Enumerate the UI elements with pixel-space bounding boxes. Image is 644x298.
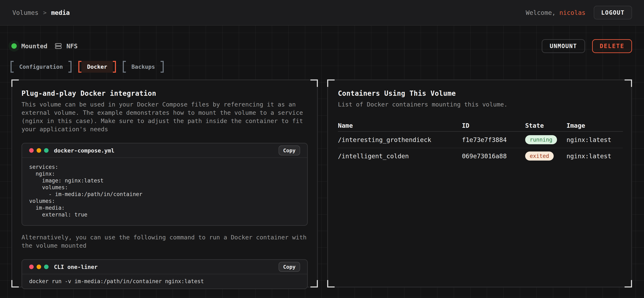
welcome-prefix: Welcome, (526, 9, 560, 16)
compose-code-content: services: nginx: image: nginx:latest vol… (22, 158, 307, 225)
tab-configuration[interactable]: Configuration (10, 61, 72, 73)
bracket-left-icon (123, 61, 126, 73)
cli-code-header: CLI one-liner Copy (22, 260, 307, 274)
bracket-right-icon (68, 61, 72, 73)
status-badge: running (525, 135, 557, 144)
nfs-label: NFS (66, 42, 78, 50)
tab-docker-label: Docker (82, 61, 113, 73)
bracket-right-icon (113, 61, 116, 73)
mounted-status-dot-icon (11, 43, 17, 49)
traffic-green-icon (44, 148, 48, 153)
status-row: Mounted NFS UNMOUNT DELETE (11, 38, 632, 54)
cli-code-block: CLI one-liner Copy docker run -v im-medi… (22, 259, 308, 289)
chevron-right-icon: > (43, 9, 46, 16)
top-bar: Volumes > media Welcome, nicolas LOGOUT (0, 0, 644, 26)
breadcrumb-current-volume: media (51, 9, 70, 16)
compose-code-block: docker-compose.yml Copy services: nginx:… (22, 143, 308, 226)
mounted-label: Mounted (21, 42, 47, 50)
cli-title: CLI one-liner (54, 264, 98, 270)
tab-backups[interactable]: Backups (123, 61, 164, 73)
cli-copy-button[interactable]: Copy (278, 262, 300, 272)
containers-panel-subtitle: List of Docker containers mounting this … (338, 100, 621, 109)
nfs-type: NFS (55, 42, 78, 50)
containers-table-header: Name ID State Image (338, 120, 623, 132)
bracket-left-icon (78, 61, 82, 73)
traffic-amber-icon (36, 148, 41, 153)
container-name: /interesting_grothendieck (338, 136, 462, 144)
tab-backups-label: Backups (126, 61, 160, 73)
traffic-lights (29, 265, 48, 269)
cli-alternative-text: Alternatively, you can use the following… (22, 233, 308, 250)
compose-filename: docker-compose.yml (54, 147, 114, 154)
traffic-amber-icon (36, 265, 41, 269)
traffic-red-icon (29, 265, 34, 269)
status-badge: exited (525, 151, 554, 160)
col-header-id: ID (462, 122, 525, 129)
volume-actions: UNMOUNT DELETE (542, 39, 632, 53)
containers-table: Name ID State Image /interesting_grothen… (338, 120, 623, 164)
container-id: f1e73e7f3884 (462, 136, 525, 144)
bracket-right-icon (160, 61, 164, 73)
breadcrumb: Volumes > media (12, 9, 70, 16)
delete-button[interactable]: DELETE (592, 39, 632, 53)
logout-button[interactable]: LOGOUT (594, 6, 632, 19)
welcome-text: Welcome, nicolas (526, 9, 586, 16)
server-stack-icon (55, 42, 62, 49)
docker-panel-description: This volume can be used in your Docker C… (22, 100, 308, 133)
tab-configuration-label: Configuration (14, 61, 68, 73)
container-name: /intelligent_colden (338, 152, 462, 160)
tab-bar: Configuration Docker Backups (10, 61, 164, 73)
docker-integration-panel: Plug-and-play Docker integration This vo… (11, 79, 318, 288)
compose-copy-button[interactable]: Copy (278, 146, 300, 155)
col-header-name: Name (338, 122, 462, 129)
col-header-image: Image (566, 122, 623, 129)
traffic-red-icon (29, 148, 34, 153)
cli-code-content: docker run -v im-media:/path/in/containe… (22, 274, 307, 289)
docker-panel-title: Plug-and-play Docker integration (22, 89, 308, 97)
mounted-status: Mounted (11, 42, 47, 50)
traffic-green-icon (44, 265, 48, 269)
containers-panel: Containers Using This Volume List of Doc… (327, 79, 632, 288)
unmount-button[interactable]: UNMOUNT (542, 39, 585, 53)
panel-corner-accent (11, 280, 19, 288)
topbar-right: Welcome, nicolas LOGOUT (526, 6, 632, 19)
traffic-lights (29, 148, 48, 153)
container-image: nginx:latest (566, 152, 623, 160)
compose-code-header: docker-compose.yml Copy (22, 144, 307, 158)
container-image: nginx:latest (566, 136, 623, 144)
panel-corner-accent (310, 79, 318, 87)
panel-corner-accent (327, 280, 334, 288)
panel-corner-accent (11, 79, 19, 87)
username: nicolas (559, 9, 585, 16)
table-row: /intelligent_colden 069e73016a88 exited … (338, 148, 623, 164)
tab-docker[interactable]: Docker (78, 61, 116, 73)
col-header-state: State (525, 122, 566, 129)
volume-status: Mounted NFS (11, 42, 78, 50)
panel-corner-accent (327, 79, 334, 87)
containers-panel-title: Containers Using This Volume (338, 89, 621, 97)
panel-corner-accent (310, 280, 318, 288)
panel-corner-accent (624, 280, 632, 288)
container-state-cell: running (525, 135, 566, 144)
bracket-left-icon (10, 61, 14, 73)
panel-corner-accent (624, 79, 632, 87)
breadcrumb-volumes-link[interactable]: Volumes (12, 9, 38, 16)
container-state-cell: exited (525, 151, 566, 160)
table-row: /interesting_grothendieck f1e73e7f3884 r… (338, 132, 623, 148)
container-id: 069e73016a88 (462, 152, 525, 160)
